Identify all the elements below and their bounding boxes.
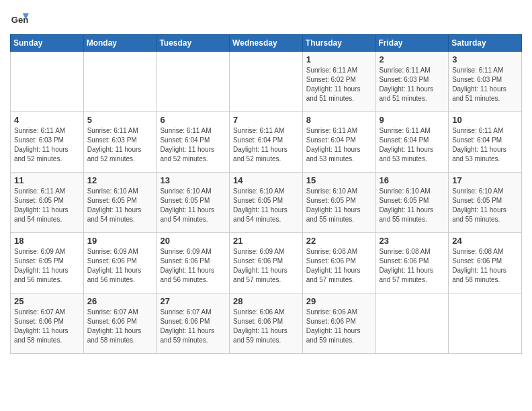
calendar-day-cell: 22Sunrise: 6:08 AM Sunset: 6:06 PM Dayli… bbox=[302, 233, 375, 293]
calendar-week-row: 4Sunrise: 6:11 AM Sunset: 6:03 PM Daylig… bbox=[11, 112, 522, 173]
day-info: Sunrise: 6:11 AM Sunset: 6:03 PM Dayligh… bbox=[87, 126, 153, 164]
calendar-week-row: 11Sunrise: 6:11 AM Sunset: 6:05 PM Dayli… bbox=[11, 173, 522, 233]
calendar-day-cell bbox=[230, 52, 303, 112]
day-number: 16 bbox=[380, 175, 445, 185]
day-info: Sunrise: 6:06 AM Sunset: 6:06 PM Dayligh… bbox=[233, 308, 299, 345]
day-info: Sunrise: 6:06 AM Sunset: 6:06 PM Dayligh… bbox=[306, 308, 372, 345]
logo: Gen bbox=[10, 10, 30, 29]
day-number: 24 bbox=[452, 236, 518, 246]
calendar-day-cell bbox=[449, 293, 522, 354]
calendar-day-cell: 5Sunrise: 6:11 AM Sunset: 6:03 PM Daylig… bbox=[83, 112, 157, 173]
day-number: 1 bbox=[306, 54, 372, 64]
calendar-day-cell bbox=[11, 52, 84, 112]
calendar-week-row: 1Sunrise: 6:11 AM Sunset: 6:02 PM Daylig… bbox=[11, 52, 522, 112]
calendar-day-cell: 18Sunrise: 6:09 AM Sunset: 6:05 PM Dayli… bbox=[11, 233, 84, 293]
day-info: Sunrise: 6:11 AM Sunset: 6:04 PM Dayligh… bbox=[380, 126, 445, 164]
weekday-header-cell: Sunday bbox=[11, 35, 84, 52]
calendar-day-cell: 16Sunrise: 6:10 AM Sunset: 6:05 PM Dayli… bbox=[375, 173, 449, 233]
day-info: Sunrise: 6:10 AM Sunset: 6:05 PM Dayligh… bbox=[452, 187, 518, 224]
day-info: Sunrise: 6:09 AM Sunset: 6:05 PM Dayligh… bbox=[14, 247, 80, 285]
day-number: 20 bbox=[160, 236, 226, 246]
day-number: 5 bbox=[87, 115, 153, 125]
calendar-day-cell: 13Sunrise: 6:10 AM Sunset: 6:05 PM Dayli… bbox=[157, 173, 230, 233]
calendar-day-cell: 20Sunrise: 6:09 AM Sunset: 6:06 PM Dayli… bbox=[157, 233, 230, 293]
day-info: Sunrise: 6:11 AM Sunset: 6:04 PM Dayligh… bbox=[160, 126, 226, 164]
calendar-day-cell bbox=[83, 52, 157, 112]
calendar-day-cell: 25Sunrise: 6:07 AM Sunset: 6:06 PM Dayli… bbox=[11, 293, 84, 354]
day-info: Sunrise: 6:11 AM Sunset: 6:05 PM Dayligh… bbox=[14, 187, 80, 224]
weekday-header-cell: Monday bbox=[83, 35, 157, 52]
weekday-header-cell: Friday bbox=[375, 35, 449, 52]
day-info: Sunrise: 6:11 AM Sunset: 6:04 PM Dayligh… bbox=[233, 126, 299, 164]
day-info: Sunrise: 6:10 AM Sunset: 6:05 PM Dayligh… bbox=[380, 187, 445, 224]
day-number: 21 bbox=[233, 236, 299, 246]
calendar-day-cell: 15Sunrise: 6:10 AM Sunset: 6:05 PM Dayli… bbox=[302, 173, 375, 233]
day-info: Sunrise: 6:08 AM Sunset: 6:06 PM Dayligh… bbox=[452, 247, 518, 285]
calendar-week-row: 18Sunrise: 6:09 AM Sunset: 6:05 PM Dayli… bbox=[11, 233, 522, 293]
calendar-day-cell: 29Sunrise: 6:06 AM Sunset: 6:06 PM Dayli… bbox=[302, 293, 375, 354]
day-number: 27 bbox=[160, 296, 226, 306]
day-info: Sunrise: 6:09 AM Sunset: 6:06 PM Dayligh… bbox=[233, 247, 299, 285]
day-number: 28 bbox=[233, 296, 299, 306]
day-number: 22 bbox=[306, 236, 372, 246]
calendar-day-cell: 2Sunrise: 6:11 AM Sunset: 6:03 PM Daylig… bbox=[375, 52, 449, 112]
calendar-day-cell: 9Sunrise: 6:11 AM Sunset: 6:04 PM Daylig… bbox=[375, 112, 449, 173]
day-info: Sunrise: 6:07 AM Sunset: 6:06 PM Dayligh… bbox=[87, 308, 153, 345]
day-info: Sunrise: 6:11 AM Sunset: 6:03 PM Dayligh… bbox=[14, 126, 80, 164]
day-info: Sunrise: 6:09 AM Sunset: 6:06 PM Dayligh… bbox=[160, 247, 226, 285]
day-number: 19 bbox=[87, 236, 153, 246]
day-number: 9 bbox=[380, 115, 445, 125]
day-number: 12 bbox=[87, 175, 153, 185]
calendar-day-cell: 3Sunrise: 6:11 AM Sunset: 6:03 PM Daylig… bbox=[449, 52, 522, 112]
calendar-table: SundayMondayTuesdayWednesdayThursdayFrid… bbox=[10, 34, 522, 354]
calendar-day-cell bbox=[157, 52, 230, 112]
day-info: Sunrise: 6:11 AM Sunset: 6:03 PM Dayligh… bbox=[380, 66, 445, 103]
calendar-day-cell: 11Sunrise: 6:11 AM Sunset: 6:05 PM Dayli… bbox=[11, 173, 84, 233]
day-info: Sunrise: 6:09 AM Sunset: 6:06 PM Dayligh… bbox=[87, 247, 153, 285]
day-info: Sunrise: 6:10 AM Sunset: 6:05 PM Dayligh… bbox=[87, 187, 153, 224]
day-number: 23 bbox=[380, 236, 445, 246]
day-info: Sunrise: 6:07 AM Sunset: 6:06 PM Dayligh… bbox=[160, 308, 226, 345]
day-info: Sunrise: 6:08 AM Sunset: 6:06 PM Dayligh… bbox=[306, 247, 372, 285]
day-number: 15 bbox=[306, 175, 372, 185]
calendar-week-row: 25Sunrise: 6:07 AM Sunset: 6:06 PM Dayli… bbox=[11, 293, 522, 354]
day-number: 7 bbox=[233, 115, 299, 125]
calendar-day-cell: 4Sunrise: 6:11 AM Sunset: 6:03 PM Daylig… bbox=[11, 112, 84, 173]
weekday-header-cell: Wednesday bbox=[230, 35, 303, 52]
calendar-day-cell: 24Sunrise: 6:08 AM Sunset: 6:06 PM Dayli… bbox=[449, 233, 522, 293]
calendar-day-cell: 8Sunrise: 6:11 AM Sunset: 6:04 PM Daylig… bbox=[302, 112, 375, 173]
day-info: Sunrise: 6:11 AM Sunset: 6:02 PM Dayligh… bbox=[306, 66, 372, 103]
calendar-day-cell: 17Sunrise: 6:10 AM Sunset: 6:05 PM Dayli… bbox=[449, 173, 522, 233]
calendar-day-cell: 28Sunrise: 6:06 AM Sunset: 6:06 PM Dayli… bbox=[230, 293, 303, 354]
calendar-day-cell: 10Sunrise: 6:11 AM Sunset: 6:04 PM Dayli… bbox=[449, 112, 522, 173]
calendar-day-cell: 12Sunrise: 6:10 AM Sunset: 6:05 PM Dayli… bbox=[83, 173, 157, 233]
day-info: Sunrise: 6:10 AM Sunset: 6:05 PM Dayligh… bbox=[160, 187, 226, 224]
day-info: Sunrise: 6:08 AM Sunset: 6:06 PM Dayligh… bbox=[380, 247, 445, 285]
calendar-day-cell bbox=[375, 293, 449, 354]
calendar-day-cell: 1Sunrise: 6:11 AM Sunset: 6:02 PM Daylig… bbox=[302, 52, 375, 112]
day-info: Sunrise: 6:11 AM Sunset: 6:04 PM Dayligh… bbox=[452, 126, 518, 164]
day-info: Sunrise: 6:11 AM Sunset: 6:04 PM Dayligh… bbox=[306, 126, 372, 164]
weekday-header-cell: Thursday bbox=[302, 35, 375, 52]
day-number: 3 bbox=[452, 54, 518, 64]
calendar-day-cell: 27Sunrise: 6:07 AM Sunset: 6:06 PM Dayli… bbox=[157, 293, 230, 354]
day-info: Sunrise: 6:10 AM Sunset: 6:05 PM Dayligh… bbox=[306, 187, 372, 224]
calendar-day-cell: 14Sunrise: 6:10 AM Sunset: 6:05 PM Dayli… bbox=[230, 173, 303, 233]
day-number: 17 bbox=[452, 175, 518, 185]
day-number: 8 bbox=[306, 115, 372, 125]
header: Gen bbox=[10, 7, 522, 29]
calendar-day-cell: 19Sunrise: 6:09 AM Sunset: 6:06 PM Dayli… bbox=[83, 233, 157, 293]
day-number: 4 bbox=[14, 115, 80, 125]
weekday-header-cell: Tuesday bbox=[157, 35, 230, 52]
weekday-header-row: SundayMondayTuesdayWednesdayThursdayFrid… bbox=[11, 35, 522, 52]
day-info: Sunrise: 6:07 AM Sunset: 6:06 PM Dayligh… bbox=[14, 308, 80, 345]
calendar-body: 1Sunrise: 6:11 AM Sunset: 6:02 PM Daylig… bbox=[11, 52, 522, 354]
day-number: 13 bbox=[160, 175, 226, 185]
calendar-day-cell: 21Sunrise: 6:09 AM Sunset: 6:06 PM Dayli… bbox=[230, 233, 303, 293]
day-info: Sunrise: 6:11 AM Sunset: 6:03 PM Dayligh… bbox=[452, 66, 518, 103]
day-info: Sunrise: 6:10 AM Sunset: 6:05 PM Dayligh… bbox=[233, 187, 299, 224]
calendar-day-cell: 6Sunrise: 6:11 AM Sunset: 6:04 PM Daylig… bbox=[157, 112, 230, 173]
day-number: 11 bbox=[14, 175, 80, 185]
day-number: 26 bbox=[87, 296, 153, 306]
day-number: 10 bbox=[452, 115, 518, 125]
